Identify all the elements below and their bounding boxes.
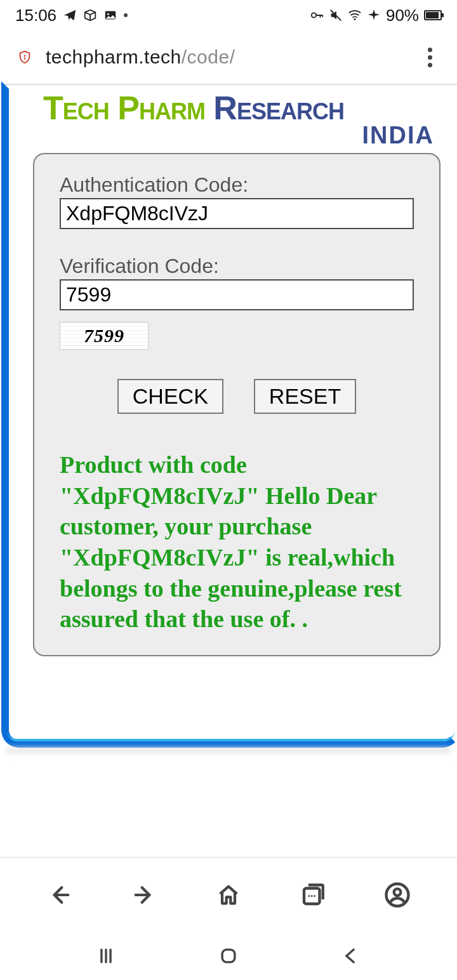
page-shadow — [6, 748, 451, 755]
svg-point-4 — [24, 55, 25, 56]
svg-point-7 — [311, 895, 313, 897]
url-text[interactable]: techpharm.tech/code/ — [46, 46, 406, 68]
browser-menu-button[interactable] — [420, 48, 439, 67]
status-left-group: 15:06 — [15, 6, 128, 25]
auth-code-input[interactable] — [60, 198, 414, 229]
url-domain: techpharm.tech — [46, 46, 182, 67]
android-back-button[interactable] — [336, 941, 366, 971]
nav-back-button[interactable] — [44, 880, 75, 910]
airplane-icon — [367, 8, 381, 22]
svg-point-2 — [312, 13, 316, 17]
verification-panel: Authentication Code: Verification Code: … — [33, 153, 440, 656]
svg-point-11 — [394, 889, 401, 896]
status-right-group: 90% — [310, 6, 442, 25]
nav-account-button[interactable] — [382, 880, 413, 910]
battery-percent: 90% — [386, 6, 419, 25]
image-icon — [103, 8, 117, 22]
nav-tabs-button[interactable] — [298, 880, 328, 910]
reset-button[interactable]: RESET — [254, 379, 356, 414]
check-button[interactable]: CHECK — [117, 379, 223, 414]
svg-point-3 — [354, 18, 355, 20]
captcha-image: 7599 — [60, 322, 149, 350]
svg-rect-12 — [222, 950, 235, 962]
mute-icon — [329, 8, 343, 22]
svg-point-9 — [314, 895, 315, 897]
svg-rect-5 — [24, 57, 25, 60]
wifi-icon — [348, 8, 362, 22]
verification-result-message: Product with code "XdpFQM8cIVzJ" Hello D… — [60, 449, 414, 637]
more-notifications-dot — [124, 13, 128, 17]
clock: 15:06 — [15, 6, 56, 25]
telegram-icon — [63, 8, 77, 22]
verification-code-input[interactable] — [60, 279, 414, 310]
browser-url-bar[interactable]: techpharm.tech/code/ — [0, 30, 457, 84]
nav-home-button[interactable] — [213, 880, 244, 910]
divider — [0, 857, 457, 858]
button-row: CHECK RESET — [60, 379, 414, 414]
vpn-key-icon — [310, 8, 324, 22]
browser-bottom-nav — [0, 866, 457, 924]
brand-logo: Tech Pharm Research — [15, 85, 451, 127]
svg-point-8 — [308, 895, 310, 897]
nav-forward-button[interactable] — [129, 880, 159, 910]
android-recents-button[interactable] — [91, 941, 121, 971]
package-icon — [83, 8, 97, 22]
android-home-button[interactable] — [213, 941, 244, 971]
verification-code-label: Verification Code: — [60, 255, 414, 278]
android-status-bar: 15:06 90% — [0, 0, 457, 30]
android-nav-bar — [0, 932, 457, 980]
url-path: /code/ — [182, 46, 235, 67]
not-secure-icon — [18, 50, 32, 64]
svg-point-1 — [107, 13, 109, 15]
auth-code-label: Authentication Code: — [60, 173, 414, 197]
battery-icon — [424, 10, 442, 20]
webpage-viewport: Tech Pharm Research INDIA Authentication… — [0, 84, 457, 750]
